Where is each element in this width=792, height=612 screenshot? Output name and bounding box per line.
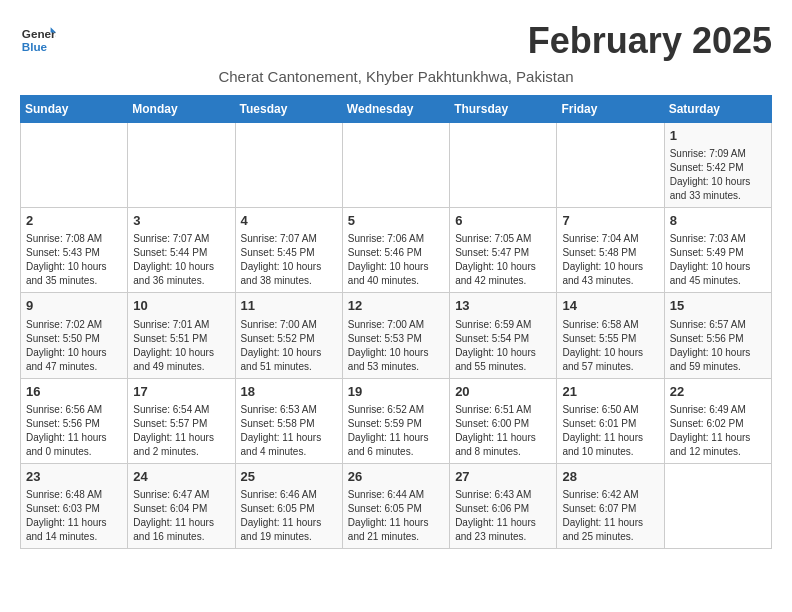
calendar-cell: 27Sunrise: 6:43 AM Sunset: 6:06 PM Dayli… [450,463,557,548]
day-info: Sunrise: 7:00 AM Sunset: 5:52 PM Dayligh… [241,318,337,374]
day-info: Sunrise: 7:04 AM Sunset: 5:48 PM Dayligh… [562,232,658,288]
day-info: Sunrise: 7:00 AM Sunset: 5:53 PM Dayligh… [348,318,444,374]
day-number: 15 [670,297,766,315]
day-info: Sunrise: 6:42 AM Sunset: 6:07 PM Dayligh… [562,488,658,544]
day-number: 9 [26,297,122,315]
calendar-cell: 28Sunrise: 6:42 AM Sunset: 6:07 PM Dayli… [557,463,664,548]
weekday-header-friday: Friday [557,96,664,123]
day-info: Sunrise: 6:52 AM Sunset: 5:59 PM Dayligh… [348,403,444,459]
day-info: Sunrise: 6:49 AM Sunset: 6:02 PM Dayligh… [670,403,766,459]
day-info: Sunrise: 6:59 AM Sunset: 5:54 PM Dayligh… [455,318,551,374]
day-info: Sunrise: 7:01 AM Sunset: 5:51 PM Dayligh… [133,318,229,374]
weekday-header-saturday: Saturday [664,96,771,123]
calendar-cell: 13Sunrise: 6:59 AM Sunset: 5:54 PM Dayli… [450,293,557,378]
day-info: Sunrise: 6:51 AM Sunset: 6:00 PM Dayligh… [455,403,551,459]
calendar-cell: 6Sunrise: 7:05 AM Sunset: 5:47 PM Daylig… [450,208,557,293]
day-number: 27 [455,468,551,486]
day-number: 4 [241,212,337,230]
calendar-cell: 12Sunrise: 7:00 AM Sunset: 5:53 PM Dayli… [342,293,449,378]
day-number: 16 [26,383,122,401]
weekday-header-thursday: Thursday [450,96,557,123]
day-number: 5 [348,212,444,230]
day-info: Sunrise: 6:43 AM Sunset: 6:06 PM Dayligh… [455,488,551,544]
day-number: 8 [670,212,766,230]
day-info: Sunrise: 7:03 AM Sunset: 5:49 PM Dayligh… [670,232,766,288]
calendar-cell: 21Sunrise: 6:50 AM Sunset: 6:01 PM Dayli… [557,378,664,463]
day-number: 28 [562,468,658,486]
day-info: Sunrise: 7:09 AM Sunset: 5:42 PM Dayligh… [670,147,766,203]
day-number: 13 [455,297,551,315]
calendar-cell: 15Sunrise: 6:57 AM Sunset: 5:56 PM Dayli… [664,293,771,378]
calendar-cell: 8Sunrise: 7:03 AM Sunset: 5:49 PM Daylig… [664,208,771,293]
day-info: Sunrise: 6:57 AM Sunset: 5:56 PM Dayligh… [670,318,766,374]
day-number: 21 [562,383,658,401]
calendar-cell: 5Sunrise: 7:06 AM Sunset: 5:46 PM Daylig… [342,208,449,293]
logo: General Blue [20,20,60,56]
calendar-cell: 19Sunrise: 6:52 AM Sunset: 5:59 PM Dayli… [342,378,449,463]
calendar-cell: 4Sunrise: 7:07 AM Sunset: 5:45 PM Daylig… [235,208,342,293]
day-info: Sunrise: 6:48 AM Sunset: 6:03 PM Dayligh… [26,488,122,544]
day-number: 1 [670,127,766,145]
day-info: Sunrise: 6:53 AM Sunset: 5:58 PM Dayligh… [241,403,337,459]
weekday-header-tuesday: Tuesday [235,96,342,123]
day-info: Sunrise: 6:44 AM Sunset: 6:05 PM Dayligh… [348,488,444,544]
calendar-cell: 3Sunrise: 7:07 AM Sunset: 5:44 PM Daylig… [128,208,235,293]
calendar-cell: 2Sunrise: 7:08 AM Sunset: 5:43 PM Daylig… [21,208,128,293]
day-info: Sunrise: 6:46 AM Sunset: 6:05 PM Dayligh… [241,488,337,544]
day-info: Sunrise: 7:07 AM Sunset: 5:45 PM Dayligh… [241,232,337,288]
calendar-cell: 23Sunrise: 6:48 AM Sunset: 6:03 PM Dayli… [21,463,128,548]
day-number: 25 [241,468,337,486]
day-info: Sunrise: 7:02 AM Sunset: 5:50 PM Dayligh… [26,318,122,374]
day-number: 22 [670,383,766,401]
calendar-cell [450,123,557,208]
day-number: 6 [455,212,551,230]
calendar-cell: 26Sunrise: 6:44 AM Sunset: 6:05 PM Dayli… [342,463,449,548]
day-info: Sunrise: 7:05 AM Sunset: 5:47 PM Dayligh… [455,232,551,288]
calendar-cell: 17Sunrise: 6:54 AM Sunset: 5:57 PM Dayli… [128,378,235,463]
weekday-header-sunday: Sunday [21,96,128,123]
day-info: Sunrise: 6:56 AM Sunset: 5:56 PM Dayligh… [26,403,122,459]
day-number: 12 [348,297,444,315]
calendar-cell: 18Sunrise: 6:53 AM Sunset: 5:58 PM Dayli… [235,378,342,463]
month-year-title: February 2025 [528,20,772,62]
calendar-cell: 24Sunrise: 6:47 AM Sunset: 6:04 PM Dayli… [128,463,235,548]
day-info: Sunrise: 6:50 AM Sunset: 6:01 PM Dayligh… [562,403,658,459]
location-title: Cherat Cantonement, Khyber Pakhtunkhwa, … [20,68,772,85]
calendar-cell [557,123,664,208]
weekday-header-monday: Monday [128,96,235,123]
day-number: 2 [26,212,122,230]
day-number: 17 [133,383,229,401]
day-info: Sunrise: 6:58 AM Sunset: 5:55 PM Dayligh… [562,318,658,374]
weekday-header-wednesday: Wednesday [342,96,449,123]
day-number: 7 [562,212,658,230]
day-info: Sunrise: 6:54 AM Sunset: 5:57 PM Dayligh… [133,403,229,459]
day-number: 10 [133,297,229,315]
calendar-cell: 25Sunrise: 6:46 AM Sunset: 6:05 PM Dayli… [235,463,342,548]
calendar-cell [664,463,771,548]
calendar-cell: 20Sunrise: 6:51 AM Sunset: 6:00 PM Dayli… [450,378,557,463]
calendar-cell: 9Sunrise: 7:02 AM Sunset: 5:50 PM Daylig… [21,293,128,378]
day-number: 18 [241,383,337,401]
day-number: 14 [562,297,658,315]
day-number: 3 [133,212,229,230]
day-number: 24 [133,468,229,486]
day-number: 23 [26,468,122,486]
calendar-cell [235,123,342,208]
day-number: 20 [455,383,551,401]
calendar-cell: 10Sunrise: 7:01 AM Sunset: 5:51 PM Dayli… [128,293,235,378]
calendar-cell: 16Sunrise: 6:56 AM Sunset: 5:56 PM Dayli… [21,378,128,463]
day-number: 11 [241,297,337,315]
calendar-cell: 14Sunrise: 6:58 AM Sunset: 5:55 PM Dayli… [557,293,664,378]
day-info: Sunrise: 7:06 AM Sunset: 5:46 PM Dayligh… [348,232,444,288]
day-info: Sunrise: 6:47 AM Sunset: 6:04 PM Dayligh… [133,488,229,544]
calendar-cell [128,123,235,208]
day-number: 26 [348,468,444,486]
calendar-cell [342,123,449,208]
calendar-cell: 1Sunrise: 7:09 AM Sunset: 5:42 PM Daylig… [664,123,771,208]
day-info: Sunrise: 7:08 AM Sunset: 5:43 PM Dayligh… [26,232,122,288]
day-number: 19 [348,383,444,401]
svg-text:Blue: Blue [22,40,48,53]
calendar-cell: 7Sunrise: 7:04 AM Sunset: 5:48 PM Daylig… [557,208,664,293]
calendar-cell: 11Sunrise: 7:00 AM Sunset: 5:52 PM Dayli… [235,293,342,378]
calendar-cell [21,123,128,208]
